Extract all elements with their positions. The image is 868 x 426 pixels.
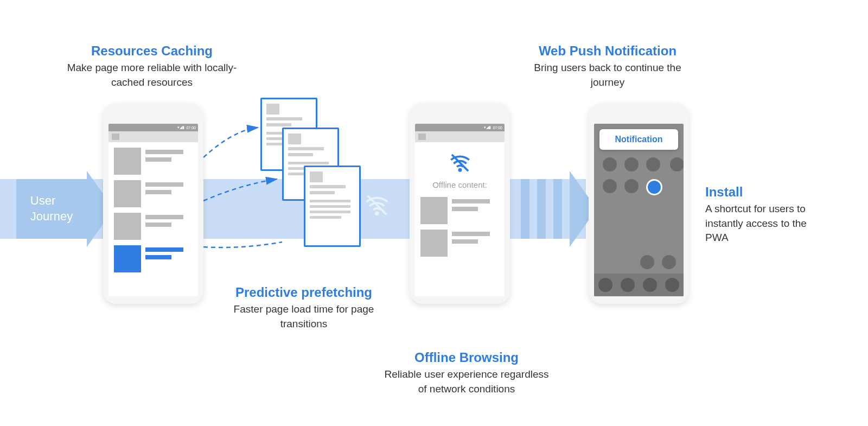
- list-item-active: [108, 240, 198, 272]
- wifi-off-icon: [363, 193, 391, 220]
- dock-icon: [665, 278, 679, 292]
- dock-icon: [643, 278, 657, 292]
- svg-point-0: [376, 212, 378, 214]
- journey-start-arrow: User Journey: [16, 179, 108, 239]
- app-icon: [662, 255, 676, 269]
- offline-content-label: Offline content:: [432, 180, 487, 189]
- phone-resources-caching: ▾◢▮07:00: [103, 103, 203, 304]
- app-icon: [646, 157, 660, 171]
- phone-offline-browsing: ▾◢▮07:00 Offline content:: [410, 103, 510, 304]
- app-icon: [624, 179, 639, 193]
- wifi-off-icon: [446, 152, 474, 174]
- status-bar: ▾◢▮07:00: [108, 124, 198, 131]
- dock-icon: [621, 278, 635, 292]
- app-icon: [603, 179, 617, 193]
- app-icon: [624, 157, 639, 171]
- app-toolbar: [415, 131, 505, 142]
- list-item: [415, 192, 505, 224]
- status-bar: ▾◢▮07:00: [415, 124, 505, 131]
- app-icon: [670, 157, 684, 171]
- label-resources-caching: Resources Caching Make page more reliabl…: [65, 43, 239, 90]
- dock-icon: [598, 278, 612, 292]
- push-notification-card: Notification: [599, 129, 678, 150]
- list-item: [108, 175, 198, 207]
- app-icon: [603, 157, 617, 171]
- phone-install-push: Notification: [589, 103, 689, 304]
- notification-label: Notification: [615, 135, 663, 144]
- prefetched-pages: [228, 98, 363, 277]
- label-predictive-prefetching: Predictive prefetching Faster page load …: [217, 285, 391, 331]
- label-offline-browsing: Offline Browsing Reliable user experienc…: [380, 350, 553, 396]
- list-item: [415, 224, 505, 257]
- label-install: Install A shortcut for users to instantl…: [705, 185, 819, 245]
- home-icon-grid: [599, 150, 678, 203]
- svg-point-2: [459, 169, 461, 171]
- pwa-app-icon: [646, 179, 662, 195]
- dock: [594, 274, 684, 296]
- page-card: [304, 166, 361, 247]
- app-toolbar: [108, 131, 198, 142]
- app-icon: [640, 255, 654, 269]
- list-item: [108, 207, 198, 240]
- list-item: [108, 142, 198, 175]
- journey-label: User Journey: [30, 193, 73, 224]
- label-web-push: Web Push Notification Bring users back t…: [521, 43, 694, 90]
- journey-end-arrow: [521, 179, 597, 239]
